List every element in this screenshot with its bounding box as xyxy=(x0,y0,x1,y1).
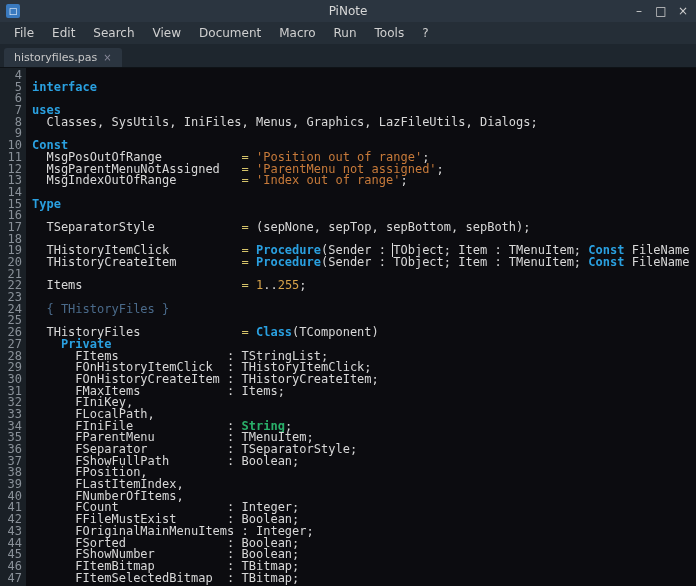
code-token: (TComponent) xyxy=(292,325,379,339)
code-token: = xyxy=(242,278,256,292)
code-token: Class xyxy=(256,325,292,339)
code-token: interface xyxy=(32,80,97,94)
code-token: = xyxy=(242,325,256,339)
code-line[interactable] xyxy=(32,128,696,140)
code-line[interactable] xyxy=(32,93,696,105)
code-token: 'Index out of range' xyxy=(256,173,401,187)
code-token: ; xyxy=(299,278,306,292)
code-token: Procedure xyxy=(256,255,321,269)
menu-item-search[interactable]: Search xyxy=(85,24,142,42)
line-number: 47 xyxy=(0,573,22,585)
code-editor[interactable]: 4567891011121314151617181920212223242526… xyxy=(0,68,696,586)
code-line[interactable] xyxy=(32,187,696,199)
menu-item-run[interactable]: Run xyxy=(326,24,365,42)
code-token: MsgIndexOutOfRange xyxy=(32,173,242,187)
code-token: FileName : xyxy=(624,255,696,269)
code-token: = xyxy=(242,255,256,269)
code-token: Type xyxy=(32,197,61,211)
code-token: Const xyxy=(588,255,624,269)
code-token: = xyxy=(242,220,256,234)
code-token: { THistoryFiles } xyxy=(32,302,169,316)
tab-close-icon[interactable]: × xyxy=(103,52,111,63)
code-line[interactable]: Classes, SysUtils, IniFiles, Menus, Grap… xyxy=(32,117,696,129)
code-line[interactable]: FItemSelectedBitmap : TBitmap; xyxy=(32,573,696,585)
code-token: FItemSelectedBitmap : TBitmap; xyxy=(32,571,299,585)
menu-item-edit[interactable]: Edit xyxy=(44,24,83,42)
maximize-button[interactable]: □ xyxy=(654,4,668,18)
code-token: ; xyxy=(400,173,407,187)
code-token: Items xyxy=(32,278,242,292)
minimize-button[interactable]: – xyxy=(632,4,646,18)
code-line[interactable]: interface xyxy=(32,82,696,94)
code-line[interactable]: THistoryCreateItem = Procedure(Sender : … xyxy=(32,257,696,269)
code-line[interactable]: MsgIndexOutOfRange = 'Index out of range… xyxy=(32,175,696,187)
code-token: THistoryCreateItem xyxy=(32,255,242,269)
code-line[interactable]: { THistoryFiles } xyxy=(32,304,696,316)
code-token: (sepNone, sepTop, sepBottom, sepBoth); xyxy=(256,220,531,234)
menu-item-view[interactable]: View xyxy=(145,24,189,42)
code-line[interactable] xyxy=(32,70,696,82)
code-token: (Sender : TObject; Item : TMenuItem; xyxy=(321,255,588,269)
menu-item-file[interactable]: File xyxy=(6,24,42,42)
line-gutter: 4567891011121314151617181920212223242526… xyxy=(0,68,26,586)
menu-item-macro[interactable]: Macro xyxy=(271,24,323,42)
code-token: ; xyxy=(437,162,444,176)
close-button[interactable]: × xyxy=(676,4,690,18)
tab-label: historyfiles.pas xyxy=(14,51,97,64)
menubar: FileEditSearchViewDocumentMacroRunTools? xyxy=(0,22,696,44)
code-token: = xyxy=(242,173,256,187)
menu-item-[interactable]: ? xyxy=(414,24,436,42)
code-area[interactable]: interfaceuses Classes, SysUtils, IniFile… xyxy=(26,68,696,586)
menu-item-document[interactable]: Document xyxy=(191,24,269,42)
code-token: TSeparatorStyle xyxy=(32,220,242,234)
tabbar: historyfiles.pas× xyxy=(0,44,696,68)
code-line[interactable]: Type xyxy=(32,199,696,211)
code-token: .. xyxy=(263,278,277,292)
titlebar: □ PiNote – □ × xyxy=(0,0,696,22)
window-controls: – □ × xyxy=(632,4,690,18)
code-line[interactable]: THistoryFiles = Class(TComponent) xyxy=(32,327,696,339)
tab-historyfiles-pas[interactable]: historyfiles.pas× xyxy=(4,48,122,67)
code-line[interactable]: TSeparatorStyle = (sepNone, sepTop, sepB… xyxy=(32,222,696,234)
code-line[interactable]: Items = 1..255; xyxy=(32,280,696,292)
app-icon: □ xyxy=(6,4,20,18)
window-title: PiNote xyxy=(0,4,696,18)
code-token: Classes, SysUtils, IniFiles, Menus, Grap… xyxy=(32,115,538,129)
code-token: 255 xyxy=(278,278,300,292)
menu-item-tools[interactable]: Tools xyxy=(367,24,413,42)
